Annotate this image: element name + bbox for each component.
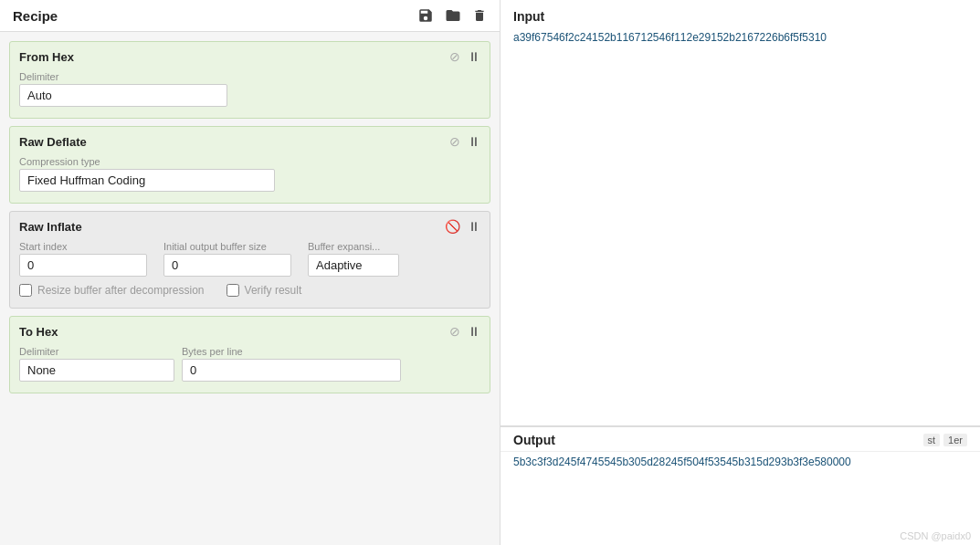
output-buffer-label: Initial output buffer size <box>163 241 300 252</box>
to-hex-controls: ⊘ ⏸ <box>449 324 480 339</box>
raw-deflate-compression-input[interactable] <box>19 169 275 192</box>
watermark: CSDN @paidx0 <box>900 530 971 541</box>
to-hex-bytes-input[interactable] <box>182 359 401 382</box>
buffer-expansion-field: Buffer expansi... <box>308 241 399 277</box>
raw-deflate-block: Raw Deflate ⊘ ⏸ Compression type <box>9 126 490 204</box>
left-panel: Recipe From Hex ⊘ ⏸ Delim <box>0 0 501 545</box>
from-hex-header: From Hex ⊘ ⏸ <box>19 49 480 64</box>
from-hex-pause-icon[interactable]: ⏸ <box>468 49 480 64</box>
input-content[interactable]: a39f67546f2c24152b116712546f112e29152b21… <box>513 29 967 416</box>
output-badge-1er: 1er <box>943 434 967 446</box>
header-icons <box>417 7 487 24</box>
output-buffer-input[interactable] <box>163 254 291 277</box>
to-hex-delimiter-field: Delimiter <box>19 346 174 382</box>
raw-inflate-checkboxes: Resize buffer after decompression Verify… <box>19 284 480 297</box>
to-hex-fields-row: Delimiter Bytes per line <box>19 346 480 382</box>
to-hex-header: To Hex ⊘ ⏸ <box>19 324 480 339</box>
raw-deflate-compression-label: Compression type <box>19 156 480 167</box>
verify-result-checkbox-item: Verify result <box>227 284 302 297</box>
to-hex-disable-icon[interactable]: ⊘ <box>449 324 460 339</box>
recipe-title: Recipe <box>13 8 417 24</box>
from-hex-delimiter-field: Delimiter <box>19 71 480 107</box>
raw-deflate-pause-icon[interactable]: ⏸ <box>468 134 480 149</box>
save-icon[interactable] <box>417 7 434 24</box>
to-hex-title: To Hex <box>19 325 449 339</box>
buffer-expansion-input[interactable] <box>308 254 399 277</box>
from-hex-delimiter-label: Delimiter <box>19 71 480 82</box>
to-hex-bytes-field: Bytes per line <box>182 346 401 382</box>
raw-inflate-controls: 🚫 ⏸ <box>445 219 480 234</box>
from-hex-controls: ⊘ ⏸ <box>449 49 480 64</box>
start-index-label: Start index <box>19 241 156 252</box>
folder-icon[interactable] <box>445 7 461 24</box>
raw-deflate-header: Raw Deflate ⊘ ⏸ <box>19 134 480 149</box>
verify-result-checkbox[interactable] <box>227 284 239 297</box>
raw-deflate-title: Raw Deflate <box>19 135 449 149</box>
to-hex-pause-icon[interactable]: ⏸ <box>468 324 480 339</box>
resize-buffer-checkbox-item: Resize buffer after decompression <box>19 284 205 297</box>
raw-inflate-block: Raw Inflate 🚫 ⏸ Start index Initial outp… <box>9 211 490 309</box>
raw-inflate-pause-icon[interactable]: ⏸ <box>468 219 480 234</box>
raw-inflate-error-icon[interactable]: 🚫 <box>445 219 460 234</box>
to-hex-block: To Hex ⊘ ⏸ Delimiter Bytes per line <box>9 316 490 393</box>
input-section: Input a39f67546f2c24152b116712546f112e29… <box>501 0 980 426</box>
recipe-header: Recipe <box>0 0 500 32</box>
start-index-field: Start index <box>19 241 156 277</box>
trash-icon[interactable] <box>472 7 487 24</box>
to-hex-delimiter-label: Delimiter <box>19 346 174 357</box>
recipe-blocks: From Hex ⊘ ⏸ Delimiter Raw Deflate ⊘ ⏸ <box>0 32 500 545</box>
output-buffer-field: Initial output buffer size <box>163 241 300 277</box>
raw-inflate-header: Raw Inflate 🚫 ⏸ <box>19 219 480 234</box>
from-hex-delimiter-input[interactable] <box>19 84 227 107</box>
to-hex-bytes-label: Bytes per line <box>182 346 401 357</box>
output-header-row: Output st 1er <box>501 427 980 451</box>
resize-buffer-label: Resize buffer after decompression <box>37 284 205 297</box>
raw-inflate-title: Raw Inflate <box>19 220 445 234</box>
output-badge-st: st <box>923 434 941 446</box>
raw-deflate-controls: ⊘ ⏸ <box>449 134 480 149</box>
start-index-input[interactable] <box>19 254 147 277</box>
buffer-expansion-label: Buffer expansi... <box>308 241 399 252</box>
raw-deflate-disable-icon[interactable]: ⊘ <box>449 134 460 149</box>
raw-deflate-compression-field: Compression type <box>19 156 480 192</box>
verify-result-label: Verify result <box>245 284 302 297</box>
output-section: Output st 1er 5b3c3f3d245f4745545b305d28… <box>501 426 980 545</box>
to-hex-delimiter-input[interactable] <box>19 359 174 382</box>
from-hex-disable-icon[interactable]: ⊘ <box>449 49 460 64</box>
right-panel: Input a39f67546f2c24152b116712546f112e29… <box>501 0 980 545</box>
raw-inflate-row1: Start index Initial output buffer size B… <box>19 241 480 277</box>
output-title: Output <box>513 433 916 447</box>
input-title: Input <box>513 9 967 24</box>
from-hex-title: From Hex <box>19 50 449 64</box>
resize-buffer-checkbox[interactable] <box>19 284 32 297</box>
from-hex-block: From Hex ⊘ ⏸ Delimiter <box>9 41 490 119</box>
output-badges: st 1er <box>923 434 967 446</box>
